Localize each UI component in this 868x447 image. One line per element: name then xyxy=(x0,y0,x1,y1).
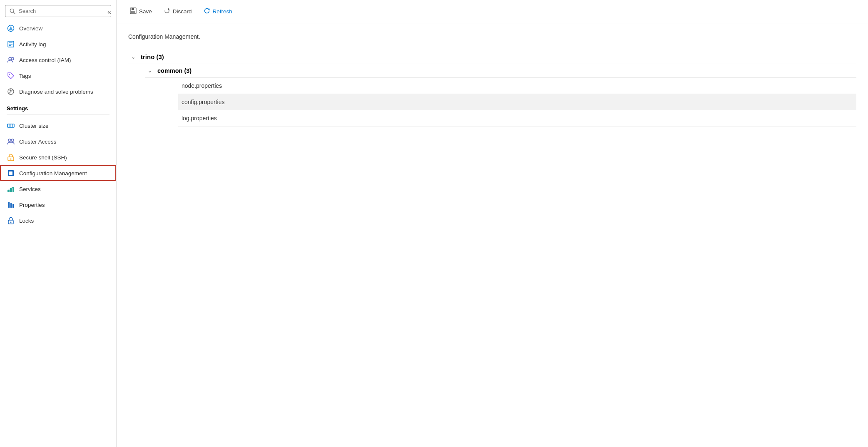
cluster-size-icon xyxy=(7,122,15,130)
locks-icon xyxy=(7,216,15,225)
sidebar-item-overview-label: Overview xyxy=(19,25,42,32)
svg-point-20 xyxy=(11,139,14,142)
file-list: node.properties config.properties log.pr… xyxy=(145,78,856,127)
file-name-config-properties: config.properties xyxy=(182,99,225,105)
diagnose-icon xyxy=(7,87,15,96)
sidebar-item-cluster-size-label: Cluster size xyxy=(19,123,49,129)
discard-label: Discard xyxy=(173,8,192,15)
sidebar-item-diagnose[interactable]: Diagnose and solve problems xyxy=(0,84,116,99)
tree-container: ⌄ trino (3) ⌄ common (3) node.properties… xyxy=(128,50,856,127)
main-content: Save Discard Refresh Configuratio xyxy=(117,0,868,447)
overview-icon xyxy=(7,24,15,32)
svg-rect-36 xyxy=(132,8,134,10)
sidebar: « Overview Activity log xyxy=(0,0,117,447)
svg-point-19 xyxy=(8,139,11,142)
sidebar-item-activity-log[interactable]: Activity log xyxy=(0,36,116,52)
services-icon xyxy=(7,185,15,193)
page-title: Configuration Management. xyxy=(128,33,856,40)
sidebar-item-properties[interactable]: Properties xyxy=(0,197,116,213)
sidebar-item-cluster-size[interactable]: Cluster size xyxy=(0,118,116,134)
discard-button[interactable]: Discard xyxy=(159,5,197,18)
tree-root-label: trino (3) xyxy=(141,53,164,60)
sidebar-item-locks-label: Locks xyxy=(19,218,34,224)
svg-rect-25 xyxy=(7,190,10,192)
svg-point-10 xyxy=(9,74,10,75)
activity-log-icon xyxy=(7,40,15,48)
tags-icon xyxy=(7,72,15,80)
file-item-log-properties[interactable]: log.properties xyxy=(178,110,856,127)
sidebar-item-tags-label: Tags xyxy=(19,73,31,79)
sidebar-item-diagnose-label: Diagnose and solve problems xyxy=(19,89,93,95)
sidebar-item-services[interactable]: Services xyxy=(0,181,116,197)
sidebar-item-cluster-access[interactable]: Cluster Access xyxy=(0,134,116,149)
svg-point-8 xyxy=(9,57,11,60)
content-area: Configuration Management. ⌄ trino (3) ⌄ … xyxy=(117,23,868,447)
sub-tree: ⌄ common (3) node.properties config.prop… xyxy=(128,64,856,127)
file-item-config-properties[interactable]: config.properties xyxy=(178,94,856,110)
search-box[interactable] xyxy=(5,5,111,17)
search-input[interactable] xyxy=(19,8,107,14)
sidebar-item-overview[interactable]: Overview xyxy=(0,20,116,36)
search-icon xyxy=(10,8,15,14)
refresh-button[interactable]: Refresh xyxy=(199,5,237,18)
settings-divider xyxy=(7,114,109,114)
sidebar-item-locks[interactable]: Locks xyxy=(0,213,116,228)
sidebar-item-tags[interactable]: Tags xyxy=(0,68,116,84)
svg-point-34 xyxy=(10,222,12,223)
svg-rect-37 xyxy=(131,11,135,13)
settings-section-label: Settings xyxy=(0,99,116,114)
svg-point-9 xyxy=(11,57,14,60)
sidebar-item-properties-label: Properties xyxy=(19,202,45,208)
config-management-icon xyxy=(7,169,15,177)
svg-rect-24 xyxy=(9,171,12,175)
discard-icon xyxy=(164,7,170,15)
sidebar-item-activity-log-label: Activity log xyxy=(19,41,46,47)
sidebar-item-access-control-label: Access control (IAM) xyxy=(19,57,71,63)
svg-marker-3 xyxy=(9,26,13,30)
sub-chevron-icon: ⌄ xyxy=(147,68,153,74)
root-chevron-icon: ⌄ xyxy=(130,54,137,60)
sidebar-item-access-control[interactable]: Access control (IAM) xyxy=(0,52,116,68)
svg-rect-31 xyxy=(10,203,12,208)
sidebar-item-config-management-label: Configuration Management xyxy=(19,170,87,176)
file-item-node-properties[interactable]: node.properties xyxy=(178,78,856,94)
sidebar-item-cluster-access-label: Cluster Access xyxy=(19,139,56,145)
sidebar-item-secure-shell-label: Secure shell (SSH) xyxy=(19,154,67,161)
refresh-label: Refresh xyxy=(213,8,232,15)
cluster-access-icon xyxy=(7,137,15,146)
svg-rect-27 xyxy=(12,187,14,192)
save-icon xyxy=(130,7,137,15)
sidebar-nav: Overview Activity log xyxy=(0,20,116,447)
access-control-icon xyxy=(7,56,15,64)
svg-point-22 xyxy=(10,159,12,160)
toolbar: Save Discard Refresh xyxy=(117,0,868,23)
file-name-node-properties: node.properties xyxy=(182,82,222,89)
refresh-icon xyxy=(204,7,210,15)
sub-tree-header[interactable]: ⌄ common (3) xyxy=(145,64,856,78)
svg-rect-32 xyxy=(12,204,14,208)
tree-root-header[interactable]: ⌄ trino (3) xyxy=(128,50,856,64)
sub-tree-label: common (3) xyxy=(157,67,192,74)
save-button[interactable]: Save xyxy=(125,5,157,18)
sidebar-item-config-management[interactable]: Configuration Management xyxy=(0,165,116,181)
sidebar-item-secure-shell[interactable]: Secure shell (SSH) xyxy=(0,149,116,165)
file-name-log-properties: log.properties xyxy=(182,115,217,122)
tree-root-group: ⌄ trino (3) ⌄ common (3) node.properties… xyxy=(128,50,856,127)
svg-rect-30 xyxy=(8,202,10,208)
collapse-button[interactable]: « xyxy=(106,7,113,17)
ssh-icon xyxy=(7,153,15,161)
save-label: Save xyxy=(139,8,152,15)
properties-icon xyxy=(7,201,15,209)
sidebar-item-services-label: Services xyxy=(19,186,41,192)
svg-line-1 xyxy=(13,12,15,14)
